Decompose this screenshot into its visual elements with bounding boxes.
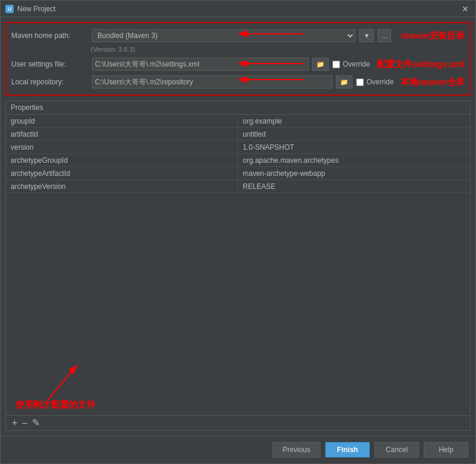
- main-content: Maven home path: Bundled (Maven 3) ▼ ...…: [1, 17, 475, 435]
- prop-value: 1.0-SNAPSHOT: [238, 141, 470, 153]
- user-settings-input[interactable]: [92, 58, 309, 71]
- table-row[interactable]: archetypeGroupId org.apache.maven.archet…: [6, 154, 470, 167]
- title-bar-text: New Project: [17, 5, 456, 13]
- annotation-maven-dir: maven安装目录: [401, 30, 465, 42]
- add-property-button[interactable]: +: [11, 418, 18, 428]
- table-row[interactable]: archetypeVersion RELEASE: [6, 180, 470, 193]
- user-settings-browse-button[interactable]: 📁: [312, 58, 329, 71]
- local-repo-override-checkbox[interactable]: [356, 78, 364, 86]
- finish-button[interactable]: Finish: [325, 442, 370, 457]
- maven-section: Maven home path: Bundled (Maven 3) ▼ ...…: [5, 22, 471, 96]
- prop-key: groupId: [6, 115, 238, 127]
- previous-button[interactable]: Previous: [272, 442, 320, 457]
- maven-home-more-button[interactable]: ...: [377, 29, 391, 42]
- bottom-bar: Previous Finish Cancel Help: [1, 435, 475, 463]
- prop-value: maven-archetype-webapp: [238, 168, 470, 179]
- user-settings-override-row: Override: [332, 60, 370, 68]
- app-icon: U: [5, 5, 14, 13]
- prop-key: archetypeVersion: [6, 181, 238, 192]
- table-row[interactable]: groupId org.example: [6, 115, 470, 128]
- maven-home-label: Maven home path:: [11, 31, 88, 40]
- properties-header: Properties: [6, 101, 470, 115]
- prop-key: version: [6, 141, 238, 153]
- properties-section: Properties groupId org.example artifactI…: [5, 100, 471, 431]
- maven-home-row: Maven home path: Bundled (Maven 3) ▼ ...…: [11, 27, 465, 45]
- prop-value: org.apache.maven.archetypes: [238, 154, 470, 166]
- local-repo-input[interactable]: [92, 75, 332, 89]
- annotation-use-config: 使用刚才配置的文件: [15, 399, 96, 409]
- table-row[interactable]: archetypeArtifactId maven-archetype-weba…: [6, 167, 470, 180]
- cancel-button[interactable]: Cancel: [375, 442, 419, 457]
- maven-version-row: (Version: 3.6.3): [11, 45, 465, 55]
- annotation-local-repo: 本地maven仓库: [401, 77, 465, 88]
- prop-key: archetypeArtifactId: [6, 168, 238, 179]
- user-settings-override-label: Override: [342, 60, 370, 68]
- local-repo-row: Local repository: 📁 Override 本地maven仓库: [11, 73, 465, 91]
- table-row[interactable]: version 1.0-SNAPSHOT: [6, 141, 470, 154]
- properties-table: groupId org.example artifactId untitled …: [6, 115, 470, 394]
- annotation-settings: 配置文件settings.xml: [377, 59, 465, 70]
- user-settings-label: User settings file:: [11, 60, 88, 68]
- user-settings-override-checkbox[interactable]: [332, 61, 340, 68]
- close-button[interactable]: ✕: [460, 4, 471, 14]
- user-settings-row: User settings file: 📁 Override 配置文件setti…: [11, 55, 465, 73]
- maven-home-dropdown[interactable]: Bundled (Maven 3): [92, 29, 356, 42]
- local-repo-override-label: Override: [366, 78, 394, 86]
- edit-property-button[interactable]: ✎: [31, 418, 41, 428]
- maven-home-browse-button[interactable]: ▼: [359, 29, 374, 42]
- prop-key: artifactId: [6, 128, 238, 140]
- table-row[interactable]: artifactId untitled: [6, 128, 470, 141]
- title-bar: U New Project ✕: [1, 1, 475, 17]
- properties-toolbar: + – ✎: [6, 415, 470, 430]
- remove-property-button[interactable]: –: [21, 418, 28, 428]
- local-repo-override-row: Override: [356, 78, 394, 86]
- dialog-window: U New Project ✕ Maven home path: Bundled…: [0, 0, 476, 464]
- help-button[interactable]: Help: [424, 442, 468, 457]
- prop-key: archetypeGroupId: [6, 154, 238, 166]
- prop-value: untitled: [238, 128, 470, 140]
- annotation-section: 使用刚才配置的文件: [6, 394, 470, 415]
- local-repo-browse-button[interactable]: 📁: [336, 75, 353, 89]
- local-repo-label: Local repository:: [11, 78, 88, 86]
- prop-value: org.example: [238, 115, 470, 127]
- prop-value: RELEASE: [238, 181, 470, 192]
